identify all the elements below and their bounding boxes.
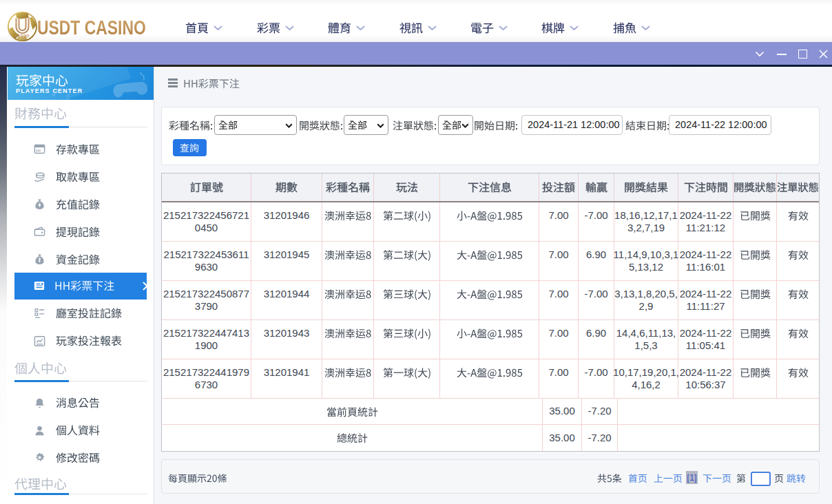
svg-text:CASINO: CASINO xyxy=(15,34,29,38)
